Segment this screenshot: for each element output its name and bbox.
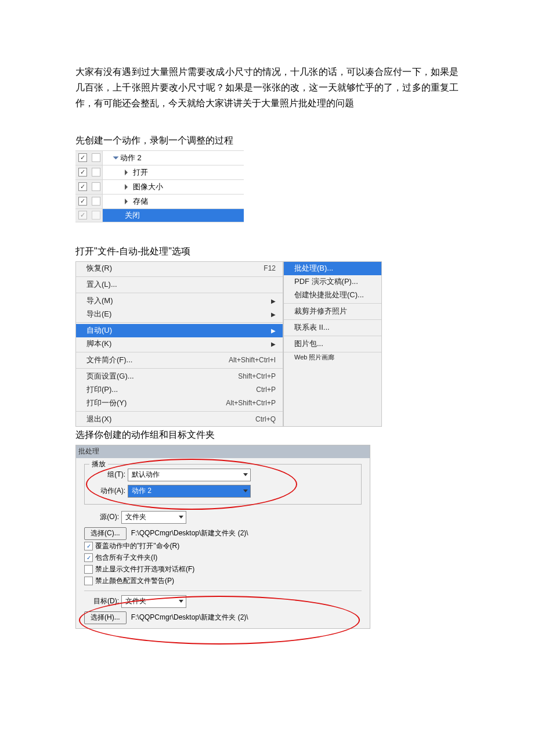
- suppress-open-checkbox[interactable]: [84, 565, 93, 574]
- menu-script[interactable]: 脚本(K)▶: [76, 337, 283, 351]
- group-dropdown[interactable]: 默认动作: [128, 469, 251, 481]
- toggle-checkbox[interactable]: [78, 197, 87, 206]
- toggle-checkbox[interactable]: [78, 153, 87, 162]
- action-dropdown[interactable]: 动作 2: [128, 485, 251, 498]
- menu-print-one[interactable]: 打印一份(Y)Alt+Shift+Ctrl+P: [76, 397, 283, 410]
- dialog-title: 批处理: [76, 445, 370, 458]
- submenu-arrow-icon: ▶: [271, 311, 276, 318]
- menu-place[interactable]: 置入(L)...: [76, 278, 283, 291]
- triangle-icon: [125, 184, 128, 190]
- caption-2: 打开"文件-自动-批处理"选项: [75, 246, 459, 258]
- menu-import[interactable]: 导入(M)▶: [76, 294, 283, 308]
- submenu-arrow-icon: ▶: [271, 327, 276, 334]
- play-legend: 播放: [89, 459, 108, 469]
- submenu-web[interactable]: Web 照片画廊: [284, 354, 381, 361]
- step-row-selected[interactable]: 关闭: [75, 209, 244, 222]
- submenu-batch[interactable]: 批处理(B)...: [284, 262, 381, 275]
- menu-export[interactable]: 导出(E)▶: [76, 308, 283, 321]
- dialog-toggle[interactable]: [92, 182, 100, 191]
- submenu-pdf[interactable]: PDF 演示文稿(P)...: [284, 275, 381, 289]
- action-row[interactable]: 动作 2: [75, 151, 244, 165]
- menu-print[interactable]: 打印(P)...Ctrl+P: [76, 383, 283, 397]
- caption-1: 先创建一个动作，录制一个调整的过程: [75, 135, 459, 147]
- auto-submenu: 批处理(B)... PDF 演示文稿(P)... 创建快捷批处理(C)... 裁…: [283, 261, 382, 427]
- group-label: 组(T):: [91, 470, 128, 480]
- batch-dialog: 批处理 播放 组(T): 默认动作 动作(A): 动作 2: [75, 445, 370, 629]
- menu-exit[interactable]: 退出(X)Ctrl+Q: [76, 413, 283, 426]
- submenu-crop[interactable]: 裁剪并修齐照片: [284, 305, 381, 318]
- include-subfolders-checkbox[interactable]: [84, 553, 93, 562]
- step-label: 打开: [133, 167, 148, 178]
- caret-icon: [243, 473, 248, 476]
- dialog-toggle[interactable]: [92, 168, 100, 177]
- file-menu: 恢复(R)F12 置入(L)... 导入(M)▶ 导出(E)▶ 自动(U)▶ 脚…: [75, 261, 283, 427]
- caption-3: 选择你创建的动作组和目标文件夹: [75, 429, 459, 441]
- toggle-checkbox[interactable]: [78, 168, 87, 177]
- toggle-checkbox[interactable]: [78, 182, 87, 191]
- dialog-toggle[interactable]: [92, 197, 100, 206]
- override-open-checkbox[interactable]: [84, 542, 93, 550]
- play-fieldset: 播放 组(T): 默认动作 动作(A): 动作 2: [84, 464, 362, 505]
- dest-dropdown[interactable]: 文件夹: [121, 595, 186, 608]
- step-row[interactable]: 存储: [75, 195, 244, 209]
- step-label: 存储: [133, 196, 148, 207]
- submenu-quick[interactable]: 创建快捷批处理(C)...: [284, 289, 381, 302]
- toggle-checkbox[interactable]: [78, 211, 87, 219]
- actions-panel: 动作 2 打开 图像大小 存储 关闭: [75, 150, 244, 222]
- step-row[interactable]: 图像大小: [75, 180, 244, 195]
- step-label: 图像大小: [133, 182, 163, 192]
- caret-icon: [179, 516, 183, 519]
- source-path: F:\QQPCmgr\Desktop\新建文件夹 (2)\: [131, 528, 248, 538]
- submenu-contact[interactable]: 联系表 II...: [284, 321, 381, 334]
- triangle-icon: [125, 170, 128, 175]
- menu-auto[interactable]: 自动(U)▶: [76, 324, 283, 337]
- step-label: 关闭: [125, 210, 140, 221]
- dialog-toggle[interactable]: [92, 211, 100, 219]
- source-dropdown[interactable]: 文件夹: [121, 511, 186, 524]
- choose-dest-button[interactable]: 选择(H)...: [84, 611, 127, 624]
- menu-file-info[interactable]: 文件简介(F)...Alt+Shift+Ctrl+I: [76, 354, 283, 367]
- triangle-icon: [125, 199, 128, 204]
- submenu-arrow-icon: ▶: [271, 341, 276, 347]
- menu-restore[interactable]: 恢复(R)F12: [76, 262, 283, 275]
- submenu-arrow-icon: ▶: [271, 298, 276, 304]
- step-row[interactable]: 打开: [75, 165, 244, 180]
- action-name: 动作 2: [120, 153, 142, 163]
- caret-icon: [179, 600, 183, 603]
- caret-icon: [243, 489, 248, 492]
- expand-icon: [113, 156, 119, 159]
- file-menu-screenshot: 恢复(R)F12 置入(L)... 导入(M)▶ 导出(E)▶ 自动(U)▶ 脚…: [75, 261, 459, 427]
- dest-path: F:\QQPCmgr\Desktop\新建文件夹 (2)\: [131, 613, 248, 622]
- dialog-toggle[interactable]: [92, 153, 100, 162]
- choose-source-button[interactable]: 选择(C)...: [84, 527, 127, 540]
- source-label: 源(O):: [84, 512, 121, 522]
- intro-text: 大家有没有遇到过大量照片需要改成小尺寸的情况，十几张的话，可以凑合应付一下，如果…: [75, 64, 459, 111]
- menu-page-setup[interactable]: 页面设置(G)...Shift+Ctrl+P: [76, 370, 283, 383]
- dest-label: 目标(D):: [84, 596, 121, 606]
- action-label: 动作(A):: [91, 486, 128, 496]
- suppress-color-checkbox[interactable]: [84, 577, 93, 585]
- submenu-package[interactable]: 图片包...: [284, 337, 381, 351]
